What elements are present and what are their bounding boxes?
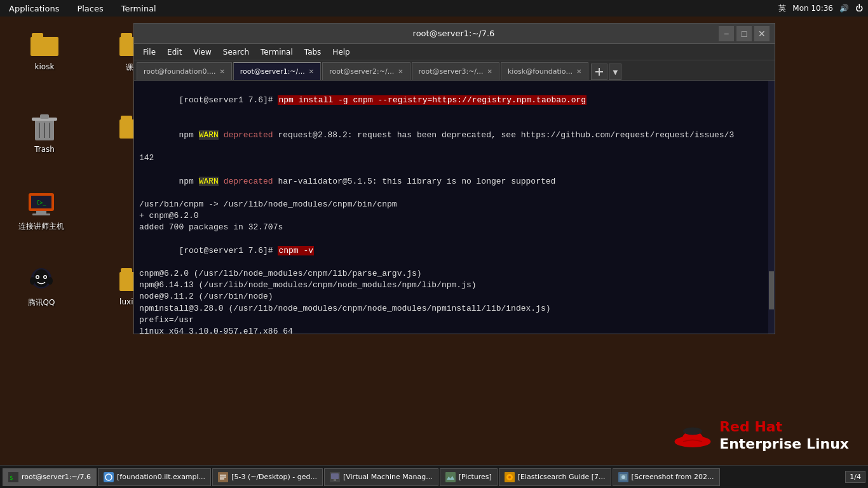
redhat-hat-icon <box>674 420 712 452</box>
applications-menu[interactable]: Applications <box>5 3 63 15</box>
clock: Mon 10:36 <box>792 4 833 13</box>
svg-rect-34 <box>445 472 456 482</box>
terminal-scrollbar[interactable] <box>768 81 775 334</box>
volume-icon[interactable]: 🔊 <box>839 4 849 13</box>
taskbar-item-1[interactable]: [foundation0.ilt.exampl... <box>98 468 211 486</box>
svg-point-22 <box>683 427 702 435</box>
taskbar-item-3-label: [Virtual Machine Manag... <box>343 473 433 481</box>
taskbar-item-0[interactable]: $ root@server1:~/7.6 <box>3 468 97 486</box>
term-line-9: npm@6.14.13 (/usr/lib/node_modules/cnpm/… <box>139 280 770 291</box>
tab-0-label: root@foundation0.... <box>144 67 215 76</box>
tab-0[interactable]: root@foundation0.... ✕ <box>137 62 232 80</box>
svg-text:C>_: C>_ <box>37 200 46 206</box>
taskbar-item-4[interactable]: [Pictures] <box>440 468 498 486</box>
maximize-button[interactable]: □ <box>736 26 752 41</box>
taskbar-item-6[interactable]: [Screenshot from 202... <box>613 468 720 486</box>
tab-4-close[interactable]: ✕ <box>576 68 581 75</box>
term-line-5: + cnpm@6.2.0 <box>139 210 770 222</box>
tab-3-close[interactable]: ✕ <box>487 68 492 75</box>
terminal-titlebar: root@server1:~/7.6 − □ ✕ <box>134 24 775 44</box>
menu-help[interactable]: Help <box>327 46 355 58</box>
svg-rect-29 <box>220 477 226 478</box>
svg-rect-8 <box>36 211 46 214</box>
menu-file[interactable]: File <box>138 46 161 58</box>
menu-terminal[interactable]: Terminal <box>255 46 298 58</box>
term-line-3: npm WARN deprecated har-validator@5.1.5:… <box>139 164 770 199</box>
new-tab-button[interactable] <box>591 64 607 80</box>
menu-edit[interactable]: Edit <box>162 46 187 58</box>
taskbar-item-0-label: root@server1:~/7.6 <box>22 473 91 481</box>
minimize-button[interactable]: − <box>719 26 734 41</box>
taskbar-item-5[interactable]: [Elasticsearch Guide [7... <box>499 468 611 486</box>
taskbar-item-1-label: [foundation0.ilt.exampl... <box>117 473 205 481</box>
svg-point-18 <box>48 277 53 285</box>
tab-3[interactable]: root@server3:~/... ✕ <box>412 62 499 80</box>
tab-1[interactable]: root@server1:~/... ✕ <box>233 62 321 80</box>
terminal-scrollbar-thumb[interactable] <box>769 271 774 309</box>
tab-2-close[interactable]: ✕ <box>398 68 403 75</box>
connect-icon: C>_ <box>26 188 57 219</box>
taskbar-terminal-icon: $ <box>8 472 18 482</box>
desktop-icon-connect[interactable]: C>_ 连接讲师主机 <box>16 188 67 232</box>
menu-tabs[interactable]: Tabs <box>299 46 327 58</box>
tab-2-label: root@server2:~/... <box>329 67 394 76</box>
taskbar-item-4-label: [Pictures] <box>459 473 492 481</box>
taskbar-editor-icon <box>218 472 228 482</box>
svg-point-16 <box>44 276 46 278</box>
svg-rect-20 <box>599 68 600 76</box>
desktop-icon-kiosk-label: kiosk <box>35 62 55 71</box>
power-icon[interactable]: ⏻ <box>855 4 863 13</box>
taskbar-item-5-label: [Elasticsearch Guide [7... <box>518 473 606 481</box>
terminal-menu[interactable]: Terminal <box>118 3 160 15</box>
taskbar-elasticsearch-icon <box>505 472 515 482</box>
taskbar-vm-icon <box>330 472 340 482</box>
taskbar-item-3[interactable]: [Virtual Machine Manag... <box>324 468 438 486</box>
svg-rect-32 <box>331 473 339 479</box>
tab-1-close[interactable]: ✕ <box>309 68 314 75</box>
qq-icon <box>26 264 57 295</box>
svg-rect-30 <box>220 478 224 480</box>
places-menu[interactable]: Places <box>73 3 107 15</box>
desktop-icon-kiosk[interactable]: kiosk <box>19 29 70 71</box>
taskbar-item-6-label: [Screenshot from 202... <box>632 473 714 481</box>
tab-2[interactable]: root@server2:~/... ✕ <box>322 62 410 80</box>
terminal-menubar: File Edit View Search Terminal Tabs Help <box>134 44 775 60</box>
redhat-logo: Red Hat Enterprise Linux <box>674 419 849 452</box>
term-line-10: node@9.11.2 (/usr/bin/node) <box>139 291 770 302</box>
close-button[interactable]: ✕ <box>754 26 770 41</box>
topbar-left: Applications Places Terminal <box>5 3 160 15</box>
menu-view[interactable]: View <box>188 46 216 58</box>
svg-point-12 <box>34 269 49 287</box>
svg-rect-28 <box>220 475 226 476</box>
term-line-8: cnpm@6.2.0 (/usr/lib/node_modules/cnpm/l… <box>139 268 770 280</box>
svg-point-40 <box>621 475 625 479</box>
taskbar-pictures-icon <box>445 472 456 482</box>
terminal-content[interactable]: [root@server1 7.6]# npm install -g cnpm … <box>134 81 775 334</box>
taskbar-item-2[interactable]: [5-3 (~/Desktop) - ged... <box>212 468 323 486</box>
term-line-13: linux x64 3.10.0-957.el7.x86_64 <box>139 326 770 334</box>
svg-point-17 <box>30 277 35 285</box>
tab-4[interactable]: kiosk@foundatio... ✕ <box>501 62 588 80</box>
svg-point-37 <box>508 476 511 478</box>
trash-icon <box>32 112 57 142</box>
menu-search[interactable]: Search <box>218 46 254 58</box>
svg-rect-33 <box>334 479 336 481</box>
desktop-icon-qq[interactable]: 腾讯QQ <box>16 264 67 308</box>
taskbar-page: 1/4 <box>845 471 865 483</box>
tab-1-label: root@server1:~/... <box>240 67 305 76</box>
terminal-title: root@server1:~/7.6 <box>190 29 717 38</box>
titlebar-controls: − □ ✕ <box>717 26 770 41</box>
taskbar-browser-icon-0 <box>104 472 114 482</box>
tab-0-close[interactable]: ✕ <box>219 68 224 75</box>
term-line-6: added 700 packages in 32.707s <box>139 222 770 233</box>
tab-dropdown-button[interactable]: ▼ <box>609 64 621 80</box>
terminal-window: root@server1:~/7.6 − □ ✕ File Edit View … <box>133 23 775 334</box>
term-cmd-highlight-0: npm install -g cnpm --registry=https://r… <box>278 95 587 105</box>
term-line-12: prefix=/usr <box>139 315 770 326</box>
svg-point-15 <box>37 276 39 278</box>
term-line-11: npminstall@3.28.0 (/usr/lib/node_modules… <box>139 303 770 315</box>
desktop-icon-connect-label: 连接讲师主机 <box>18 221 64 232</box>
term-line-4: /usr/bin/cnpm -> /usr/lib/node_modules/c… <box>139 199 770 210</box>
taskbar: $ root@server1:~/7.6 [foundation0.ilt.ex… <box>0 465 868 488</box>
desktop-icon-trash[interactable]: Trash <box>19 112 70 154</box>
